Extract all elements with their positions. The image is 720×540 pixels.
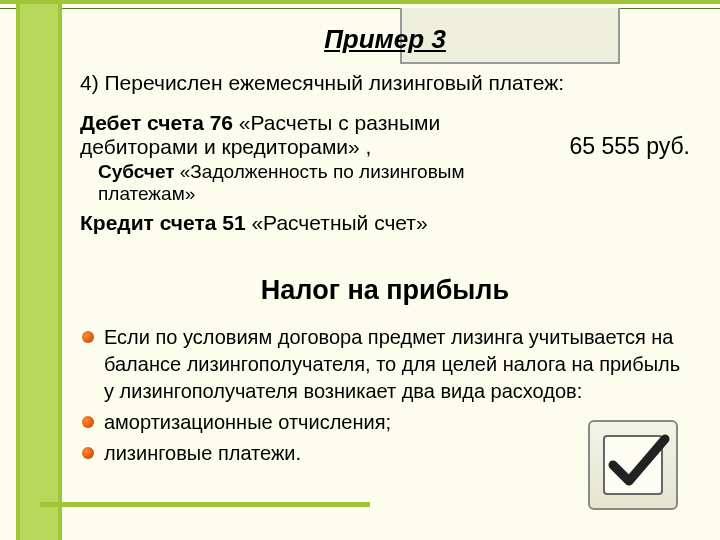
credit-line: Кредит счета 51 «Расчетный счет» bbox=[80, 211, 549, 235]
left-accent-bar bbox=[16, 4, 62, 540]
subaccount-line: Субсчет «Задолженность по лизинговым пла… bbox=[98, 161, 549, 205]
entry-amount: 65 555 руб. bbox=[569, 111, 690, 160]
accounting-entry: Дебет счета 76 «Расчеты с разными дебито… bbox=[80, 111, 690, 255]
debit-line: Дебет счета 76 «Расчеты с разными дебито… bbox=[80, 111, 549, 159]
step-subtitle: 4) Перечислен ежемесячный лизинговый пла… bbox=[80, 71, 690, 95]
checkmark-icon bbox=[588, 420, 678, 510]
subaccount-label: Субсчет bbox=[98, 161, 175, 182]
entry-left: Дебет счета 76 «Расчеты с разными дебито… bbox=[80, 111, 549, 255]
section-title: Налог на прибыль bbox=[80, 275, 690, 306]
slide: Пример 3 4) Перечислен ежемесячный лизин… bbox=[0, 0, 720, 540]
debit-label: Дебет счета 76 bbox=[80, 111, 233, 134]
credit-label: Кредит счета 51 bbox=[80, 211, 246, 234]
slide-title: Пример 3 bbox=[80, 24, 690, 55]
credit-text: «Расчетный счет» bbox=[246, 211, 428, 234]
list-item: Если по условиям договора предмет лизинг… bbox=[80, 324, 690, 405]
